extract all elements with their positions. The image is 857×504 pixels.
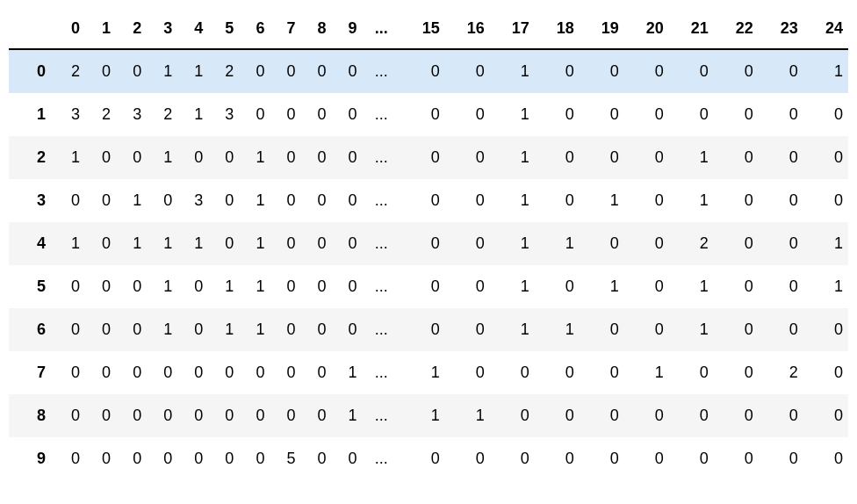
table-cell: 0 [301,351,332,394]
table-cell: 0 [445,351,490,394]
table-cell: 1 [535,308,580,351]
table-cell: 0 [208,394,239,437]
table-cell: 0 [400,49,445,93]
table-cell: 0 [624,265,669,308]
table-cell: 0 [116,351,147,394]
table-cell: 0 [535,394,580,437]
column-header: 2 [116,9,147,49]
table-cell: 0 [301,265,332,308]
table-cell: 1 [208,308,239,351]
table-cell: 0 [177,437,208,480]
table-cell: 1 [669,265,714,308]
column-header: 20 [624,9,669,49]
table-cell: 0 [400,93,445,136]
table-cell: 0 [54,179,85,222]
table-cell: 1 [147,136,177,179]
table-cell: ... [363,93,400,136]
table-cell: 0 [208,351,239,394]
table-cell: 0 [400,265,445,308]
table-cell: 0 [208,179,239,222]
table-cell: 0 [580,49,624,93]
table-cell: 0 [208,437,239,480]
column-header: 1 [85,9,116,49]
table-cell: 0 [54,437,85,480]
table-cell: 0 [270,308,300,351]
table-cell: 3 [54,93,85,136]
table-cell: 2 [759,351,803,394]
table-cell: 0 [669,394,714,437]
table-cell: 1 [54,136,85,179]
table-cell: ... [363,437,400,480]
table-cell: 0 [116,49,147,93]
table-row: 21001001000...0010001000 [9,136,848,179]
table-cell: 0 [147,437,177,480]
table-cell: 0 [445,179,490,222]
table-cell: 0 [714,351,759,394]
table-row: 50001011000...0010101001 [9,265,848,308]
table-cell: 0 [714,136,759,179]
column-header: 24 [803,9,848,49]
row-header: 3 [9,179,54,222]
table-cell: 0 [301,394,332,437]
table-cell: 0 [332,179,363,222]
table-cell: 0 [624,136,669,179]
table-cell: ... [363,394,400,437]
table-cell: 0 [669,351,714,394]
table-cell: 0 [85,351,116,394]
row-header: 1 [9,93,54,136]
table-cell: 0 [669,437,714,480]
table-cell: 0 [445,136,490,179]
column-header: 9 [332,9,363,49]
table-cell: 0 [580,351,624,394]
table-cell: 1 [332,394,363,437]
table-cell: 0 [759,93,803,136]
table-cell: 0 [759,394,803,437]
table-cell: 1 [400,351,445,394]
table-cell: 0 [624,437,669,480]
table-cell: 1 [490,49,535,93]
table-cell: 0 [490,394,535,437]
table-cell: 0 [147,179,177,222]
table-cell: 0 [490,437,535,480]
table-cell: 0 [270,49,300,93]
table-cell: 0 [301,179,332,222]
table-cell: 0 [177,136,208,179]
row-header: 0 [9,49,54,93]
table-cell: 0 [400,308,445,351]
table-cell: 0 [177,394,208,437]
table-cell: 0 [54,351,85,394]
table-cell: 1 [624,351,669,394]
table-cell: 0 [332,93,363,136]
table-cell: 0 [270,136,300,179]
column-header: 21 [669,9,714,49]
table-cell: 1 [177,93,208,136]
table-cell: 0 [535,437,580,480]
table-cell: 0 [490,351,535,394]
table-cell: 2 [669,222,714,265]
table-cell: 0 [85,308,116,351]
table-cell: 0 [332,265,363,308]
table-cell: ... [363,308,400,351]
table-cell: 0 [116,437,147,480]
table-cell: ... [363,179,400,222]
table-cell: ... [363,222,400,265]
table-cell: 0 [759,308,803,351]
column-header: 19 [580,9,624,49]
table-cell: 1 [490,222,535,265]
column-header: 18 [535,9,580,49]
row-header: 9 [9,437,54,480]
table-cell: 1 [803,49,848,93]
table-cell: 0 [624,222,669,265]
table-cell: 0 [714,437,759,480]
table-cell: 0 [580,308,624,351]
table-cell: 0 [714,265,759,308]
column-header: 15 [400,9,445,49]
table-cell: 0 [759,136,803,179]
table-cell: 0 [714,394,759,437]
data-table: 0123456789...15161718192021222324 020011… [9,9,848,480]
table-cell: 0 [301,222,332,265]
table-cell: 1 [535,222,580,265]
table-cell: 0 [147,351,177,394]
table-cell: 3 [208,93,239,136]
table-cell: 1 [580,265,624,308]
